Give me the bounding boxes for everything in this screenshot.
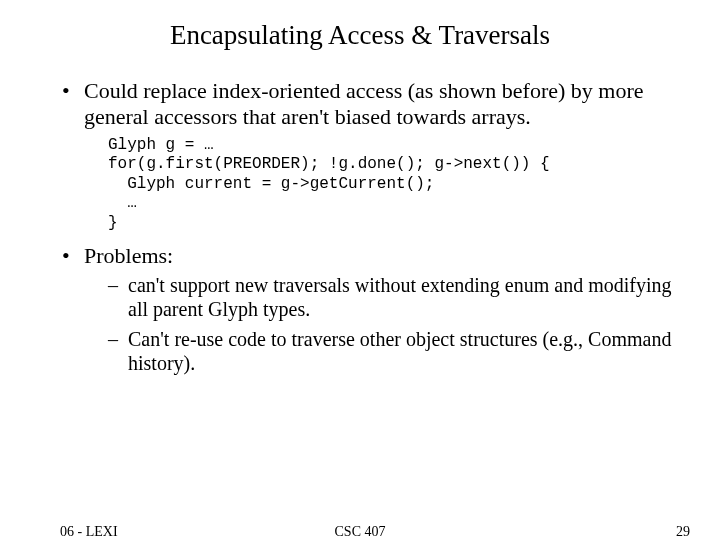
bullet-list: Could replace index-oriented access (as … [60, 78, 680, 375]
bullet-text: Problems: [84, 243, 173, 268]
footer-center: CSC 407 [0, 524, 720, 540]
bullet-item: Could replace index-oriented access (as … [60, 78, 680, 233]
slide-content: Could replace index-oriented access (as … [60, 78, 680, 381]
footer-page-number: 29 [676, 524, 690, 540]
sub-bullet-item: Can't re-use code to traverse other obje… [108, 327, 680, 375]
code-block: Glyph g = … for(g.first(PREORDER); !g.do… [108, 136, 680, 234]
slide-title: Encapsulating Access & Traversals [0, 20, 720, 51]
slide: Encapsulating Access & Traversals Could … [0, 0, 720, 540]
bullet-text: Could replace index-oriented access (as … [84, 78, 644, 129]
sub-bullet-item: can't support new traversals without ext… [108, 273, 680, 321]
bullet-item: Problems: can't support new traversals w… [60, 243, 680, 375]
sub-bullet-list: can't support new traversals without ext… [108, 273, 680, 375]
